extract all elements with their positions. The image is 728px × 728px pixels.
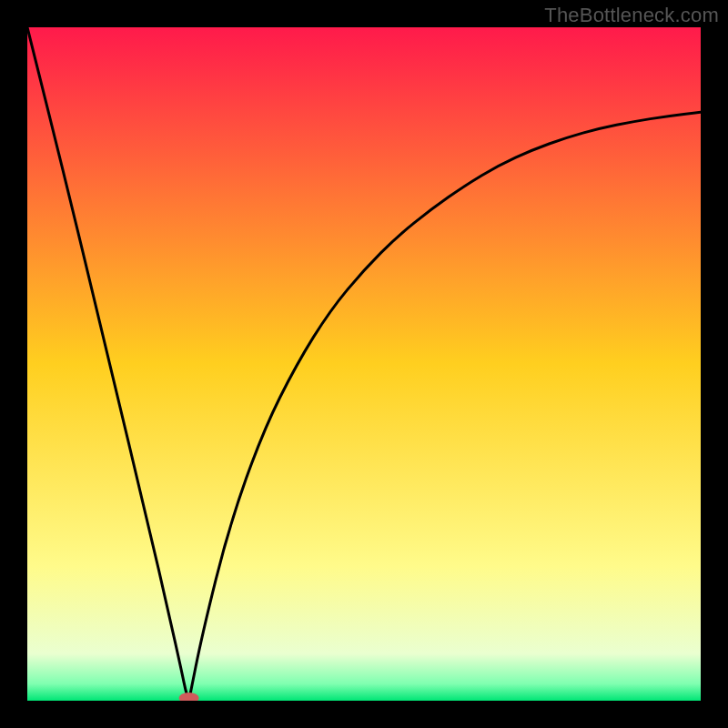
bottleneck-plot	[27, 27, 701, 701]
chart-frame: TheBottleneck.com	[0, 0, 728, 728]
watermark-text: TheBottleneck.com	[544, 4, 719, 27]
